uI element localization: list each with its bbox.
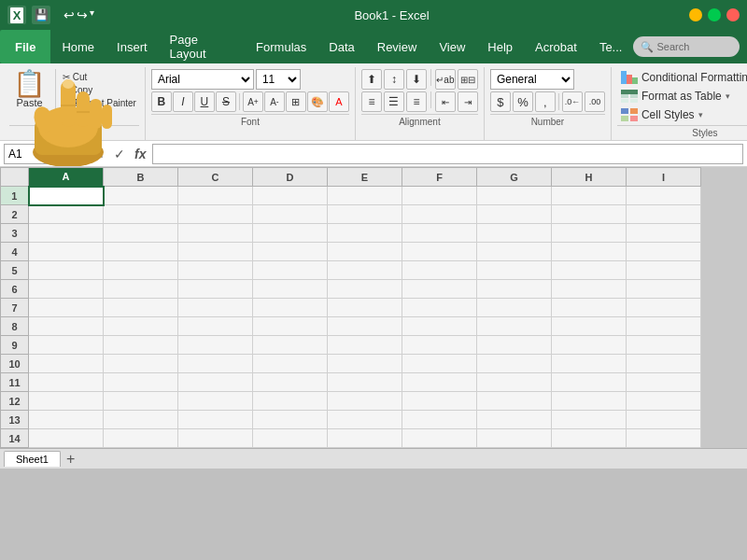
cell-G13[interactable]: [477, 411, 552, 429]
cell-F11[interactable]: [402, 373, 477, 392]
sheet1-tab[interactable]: Sheet1: [4, 451, 61, 467]
row-header-3[interactable]: 3: [1, 224, 29, 243]
col-header-i[interactable]: I: [627, 168, 701, 187]
row-header-8[interactable]: 8: [1, 317, 29, 336]
cell-B9[interactable]: [104, 336, 178, 355]
formula-confirm-icon[interactable]: ✓: [111, 147, 128, 161]
currency-button[interactable]: $: [490, 91, 511, 112]
formula-cancel-icon[interactable]: ✕: [91, 147, 107, 161]
cut-button[interactable]: ✂ Cut: [60, 71, 139, 83]
cell-I12[interactable]: [627, 392, 701, 411]
fill-color-button[interactable]: 🎨: [307, 91, 328, 112]
formulas-menu-item[interactable]: Formulas: [245, 30, 317, 63]
cell-I11[interactable]: [627, 373, 701, 392]
review-menu-item[interactable]: Review: [366, 30, 429, 63]
cell-E9[interactable]: [328, 336, 402, 355]
paste-button[interactable]: 📋 Paste: [9, 69, 49, 110]
cell-H13[interactable]: [552, 411, 627, 429]
cell-H6[interactable]: [552, 280, 627, 299]
cell-H10[interactable]: [552, 355, 627, 373]
cell-B14[interactable]: [104, 429, 178, 448]
cell-H9[interactable]: [552, 336, 627, 355]
cell-H11[interactable]: [552, 373, 627, 392]
format-as-table-button[interactable]: Format as Table ▾: [617, 88, 747, 105]
row-header-1[interactable]: 1: [1, 187, 29, 205]
cell-H5[interactable]: [552, 261, 627, 280]
col-header-a[interactable]: A: [29, 168, 104, 187]
cell-G1[interactable]: [477, 187, 552, 205]
cell-F10[interactable]: [402, 355, 477, 373]
percent-button[interactable]: %: [513, 91, 533, 112]
cell-D10[interactable]: [253, 355, 328, 373]
cell-B12[interactable]: [104, 392, 178, 411]
cell-B5[interactable]: [104, 261, 178, 280]
decrease-decimal-button[interactable]: .0←: [562, 91, 583, 112]
undo-icon[interactable]: ↩: [63, 7, 75, 22]
cell-F3[interactable]: [402, 224, 477, 243]
cell-I4[interactable]: [627, 243, 701, 261]
formula-input[interactable]: [152, 144, 743, 164]
cell-C8[interactable]: [178, 317, 253, 336]
add-sheet-button[interactable]: +: [63, 451, 78, 468]
row-header-14[interactable]: 14: [1, 429, 29, 448]
redo-icon[interactable]: ↪: [77, 7, 88, 22]
cell-I2[interactable]: [627, 205, 701, 224]
file-menu-button[interactable]: File: [0, 30, 50, 63]
col-header-c[interactable]: C: [178, 168, 253, 187]
cell-G3[interactable]: [477, 224, 552, 243]
cell-I7[interactable]: [627, 299, 701, 317]
cell-E2[interactable]: [328, 205, 402, 224]
row-header-6[interactable]: 6: [1, 280, 29, 299]
cell-I5[interactable]: [627, 261, 701, 280]
cell-A14[interactable]: [29, 429, 104, 448]
cell-C3[interactable]: [178, 224, 253, 243]
cell-B11[interactable]: [104, 373, 178, 392]
cell-D9[interactable]: [253, 336, 328, 355]
cell-E13[interactable]: [328, 411, 402, 429]
cell-B8[interactable]: [104, 317, 178, 336]
cell-A3[interactable]: [29, 224, 104, 243]
cell-I8[interactable]: [627, 317, 701, 336]
cell-D12[interactable]: [253, 392, 328, 411]
col-header-d[interactable]: D: [253, 168, 328, 187]
cell-G8[interactable]: [477, 317, 552, 336]
cell-F5[interactable]: [402, 261, 477, 280]
row-header-12[interactable]: 12: [1, 392, 29, 411]
cell-A11[interactable]: [29, 373, 104, 392]
align-right-button[interactable]: ≡: [406, 91, 427, 112]
minimize-btn[interactable]: [689, 8, 702, 21]
cell-D2[interactable]: [253, 205, 328, 224]
cell-C6[interactable]: [178, 280, 253, 299]
cell-A12[interactable]: [29, 392, 104, 411]
col-header-e[interactable]: E: [328, 168, 402, 187]
cell-G4[interactable]: [477, 243, 552, 261]
font-size-select[interactable]: 11: [256, 69, 301, 90]
close-btn[interactable]: [726, 8, 740, 21]
cell-G11[interactable]: [477, 373, 552, 392]
cell-E11[interactable]: [328, 373, 402, 392]
merge-center-button[interactable]: ⊞⊟: [458, 69, 478, 90]
underline-button[interactable]: U: [194, 91, 215, 112]
page-layout-menu-item[interactable]: Page Layout: [159, 30, 245, 63]
strikethrough-button[interactable]: S: [216, 91, 236, 112]
cell-C7[interactable]: [178, 299, 253, 317]
cell-A1[interactable]: [29, 187, 104, 205]
cell-H12[interactable]: [552, 392, 627, 411]
cell-E5[interactable]: [328, 261, 402, 280]
acrobat-menu-item[interactable]: Acrobat: [524, 30, 588, 63]
home-menu-item[interactable]: Home: [50, 30, 106, 63]
wrap-text-button[interactable]: ↵ab: [435, 69, 456, 90]
cell-C14[interactable]: [178, 429, 253, 448]
cell-C9[interactable]: [178, 336, 253, 355]
cell-F9[interactable]: [402, 336, 477, 355]
cell-D7[interactable]: [253, 299, 328, 317]
cell-A10[interactable]: [29, 355, 104, 373]
cell-I10[interactable]: [627, 355, 701, 373]
cell-I6[interactable]: [627, 280, 701, 299]
cell-B1[interactable]: [104, 187, 178, 205]
maximize-btn[interactable]: [708, 8, 721, 21]
cell-F6[interactable]: [402, 280, 477, 299]
cell-D14[interactable]: [253, 429, 328, 448]
cell-H14[interactable]: [552, 429, 627, 448]
cell-G9[interactable]: [477, 336, 552, 355]
